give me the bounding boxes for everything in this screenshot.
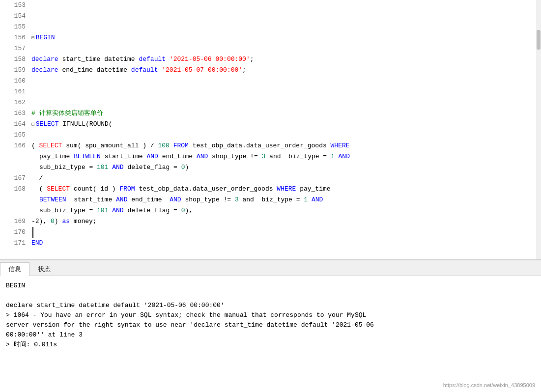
code-line: ⊟ SELECT IFNULL(ROUND( [31, 119, 536, 130]
output-line: > 时间: 0.011s [6, 340, 535, 350]
output-line: > 1064 - You have an error in your SQL s… [6, 310, 535, 320]
tab-status[interactable]: 状态 [29, 262, 59, 276]
code-line [31, 130, 536, 140]
code-content[interactable]: ⊟ BEGIN declare start_time datetime defa… [29, 0, 536, 259]
code-line: -2), 0 ) as money; [31, 216, 536, 227]
code-line [31, 11, 536, 22]
output-line: server version for the right syntax to u… [6, 320, 535, 330]
line-numbers: 153 154 155 156 157 158 159 160 161 162 … [0, 0, 29, 259]
code-line: declare start_time datetime default '202… [31, 54, 536, 65]
code-line: ( SELECT count( id ) FROM test_obp_data.… [31, 184, 536, 195]
collapse-icon[interactable]: ⊟ [31, 119, 35, 130]
code-line [31, 0, 536, 11]
output-line [6, 291, 535, 301]
code-line [31, 43, 536, 54]
vertical-scrollbar[interactable] [536, 0, 541, 259]
code-line: pay_time BETWEEN start_time AND end_time… [31, 151, 536, 162]
output-line: BEGIN [6, 281, 535, 291]
code-line: END [31, 238, 536, 249]
output-line: declare start_time datetime default '202… [6, 301, 535, 310]
collapse-icon[interactable]: ⊟ [31, 32, 35, 43]
code-line [31, 86, 536, 97]
code-line: sub_biz_type = 101 AND delete_flag = 0 ) [31, 162, 536, 173]
code-line: / [31, 173, 536, 184]
tab-info[interactable]: 信息 [0, 262, 29, 276]
bottom-panel: 信息 状态 BEGIN declare start_time datetime … [0, 259, 541, 392]
code-line: # 计算实体类店铺客单价 [31, 108, 536, 119]
code-line: BETWEEN start_time AND end_time AND shop… [31, 195, 536, 205]
code-line: sub_biz_type = 101 AND delete_flag = 0 )… [31, 205, 536, 216]
output-line: 00:00:00'' at line 3 [6, 330, 535, 340]
code-line: ⊟ BEGIN [31, 32, 536, 43]
tabs-bar: 信息 状态 [0, 260, 541, 276]
code-line [31, 22, 536, 32]
output-area: BEGIN declare start_time datetime defaul… [0, 276, 541, 392]
code-line [31, 97, 536, 108]
code-section: 153 154 155 156 157 158 159 160 161 162 … [0, 0, 541, 259]
code-line: ( SELECT sum( spu_amount_all ) / 100 FRO… [31, 140, 536, 151]
code-line: declare end_time datetime default '2021-… [31, 65, 536, 76]
code-line [31, 227, 536, 238]
code-line [31, 76, 536, 86]
editor-area: 153 154 155 156 157 158 159 160 161 162 … [0, 0, 541, 392]
watermark: https://blog.csdn.net/weixin_43895009 [443, 382, 535, 388]
